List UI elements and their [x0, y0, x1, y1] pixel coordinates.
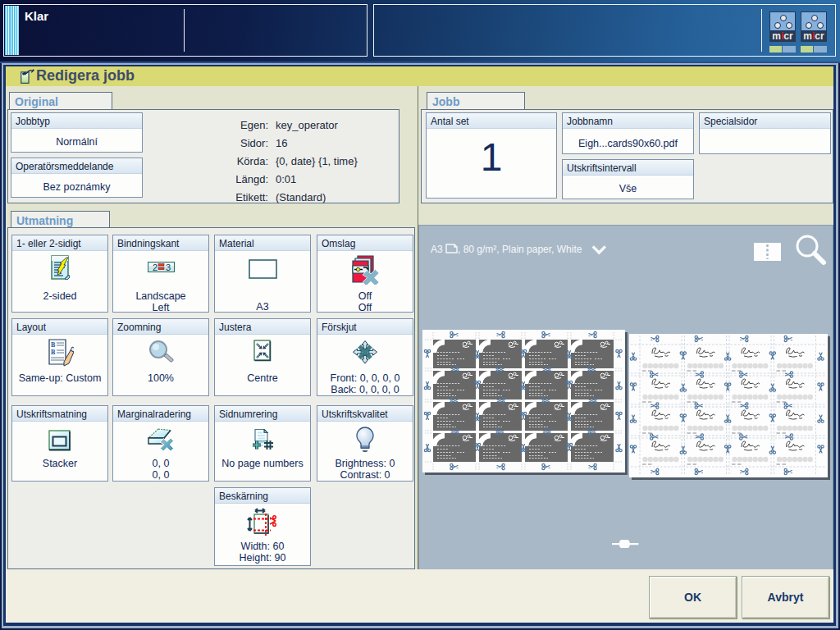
svg-text:2: 2 [153, 262, 158, 272]
svg-text:3: 3 [166, 262, 171, 272]
svg-text:B: B [51, 349, 56, 356]
svg-text:B: B [51, 341, 56, 349]
